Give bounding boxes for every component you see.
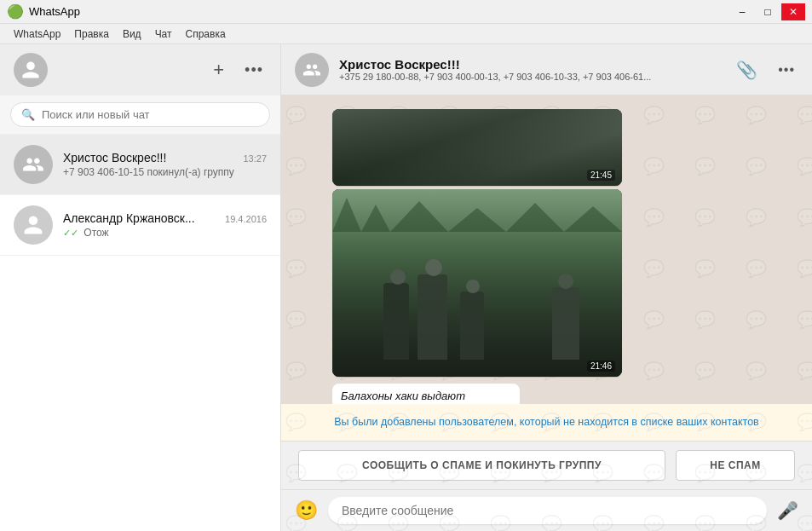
menu-edit[interactable]: Правка: [67, 26, 116, 42]
chat-item-1[interactable]: Христос Воскрес!!! 13:27 +7 903 406-10-1…: [0, 135, 280, 195]
chat-menu-icon[interactable]: •••: [775, 59, 798, 81]
chat-header-text: Христос Воскрес!!! +375 29 180-00-88, +7…: [339, 57, 651, 82]
chat-header-name: Христос Воскрес!!!: [339, 57, 651, 72]
menu-view[interactable]: Вид: [116, 26, 148, 42]
app-title: WhatsApp: [29, 5, 730, 18]
chat-header-info: Христос Воскрес!!! +375 29 180-00-88, +7…: [295, 53, 733, 87]
menu-bar: WhatsApp Правка Вид Чат Справка: [0, 24, 812, 44]
photo-message-2: 21:46: [332, 189, 622, 377]
app-icon: 🟢: [7, 3, 24, 20]
chat-name-2: Александр Кржановск...: [63, 211, 195, 225]
maximize-button[interactable]: □: [756, 3, 780, 20]
chat-header: Христос Воскрес!!! +375 29 180-00-88, +7…: [281, 44, 812, 95]
chat-header-subtitle: +375 29 180-00-88, +7 903 400-00-13, +7 …: [339, 72, 651, 82]
new-chat-button[interactable]: +: [210, 55, 227, 84]
menu-help[interactable]: Справка: [179, 26, 233, 42]
profile-avatar[interactable]: [14, 53, 48, 87]
photo-message-1: 21:45: [332, 109, 622, 186]
attach-icon[interactable]: 📎: [733, 56, 761, 84]
chat-list: Христос Воскрес!!! 13:27 +7 903 406-10-1…: [0, 135, 280, 531]
search-input-wrap: 🔍: [10, 102, 270, 127]
chat-item-2[interactable]: Александр Кржановск... 19.4.2016 ✓✓ Отож: [0, 195, 280, 256]
menu-whatsapp[interactable]: WhatsApp: [7, 26, 67, 42]
chat-preview-1: +7 903 406-10-15 покинул(-а) группу: [63, 166, 267, 178]
chat-info-1: Христос Воскрес!!! 13:27 +7 903 406-10-1…: [63, 151, 267, 178]
chat-preview-2: ✓✓ Отож: [63, 227, 267, 239]
chat-name-1: Христос Воскрес!!!: [63, 151, 166, 164]
search-input[interactable]: [42, 108, 259, 121]
sidebar-header: + •••: [0, 44, 280, 95]
chat-avatar-2: [14, 205, 53, 245]
chat-time-1: 13:27: [243, 153, 267, 164]
search-bar: 🔍: [0, 95, 280, 135]
chat-tick-icon: ✓✓: [63, 228, 78, 238]
message-bubble-3: Балахоны хаки выдают 21:47: [332, 384, 520, 404]
photo-time-overlay-1: 21:45: [587, 170, 615, 181]
chat-area: Христос Воскрес!!! +375 29 180-00-88, +7…: [281, 44, 812, 531]
minimize-button[interactable]: –: [730, 3, 754, 20]
messages-area: 21:45: [281, 95, 812, 404]
chat-time-2: 19.4.2016: [225, 214, 267, 224]
chat-header-actions: 📎 •••: [733, 56, 798, 84]
search-icon: 🔍: [21, 108, 35, 121]
photo-time-overlay-2: 21:46: [587, 361, 615, 372]
sidebar-actions: + •••: [210, 55, 267, 84]
menu-dots-icon[interactable]: •••: [241, 58, 267, 83]
message-text-3: Балахоны хаки выдают: [341, 390, 465, 402]
title-bar: 🟢 WhatsApp – □ ✕: [0, 0, 812, 24]
chat-preview-text-2: Отож: [84, 227, 108, 239]
menu-chat[interactable]: Чат: [148, 26, 179, 42]
sidebar: + ••• 🔍 Христос Воскрес!!! 13:27: [0, 44, 281, 531]
chat-avatar-group: [14, 145, 53, 184]
main-layout: + ••• 🔍 Христос Воскрес!!! 13:27: [0, 44, 812, 531]
chat-info-2: Александр Кржановск... 19.4.2016 ✓✓ Отож: [63, 211, 267, 239]
window-controls: – □ ✕: [730, 3, 805, 20]
chat-header-avatar[interactable]: [295, 53, 329, 87]
close-button[interactable]: ✕: [781, 3, 805, 20]
